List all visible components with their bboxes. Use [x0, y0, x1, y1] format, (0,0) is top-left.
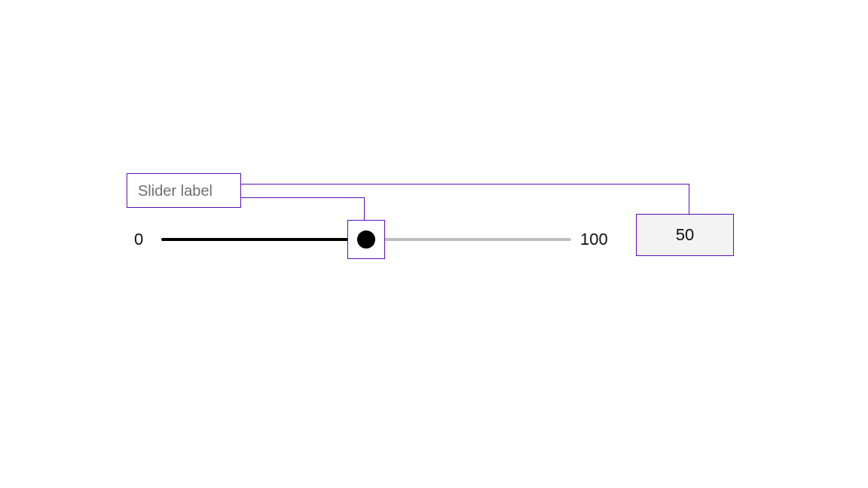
connector-line: [689, 184, 689, 215]
slider-value-text: 50: [676, 225, 694, 245]
slider-track[interactable]: [161, 238, 571, 241]
slider-max-label: 100: [580, 230, 618, 249]
connector-line: [364, 197, 365, 220]
slider-min-label: 0: [134, 230, 154, 249]
slider-label-annotation: Slider label: [127, 173, 241, 208]
slider-label-text: Slider label: [138, 182, 212, 200]
slider-value-input[interactable]: 50: [636, 214, 734, 256]
connector-line: [241, 184, 689, 185]
slider-handle[interactable]: [357, 230, 375, 249]
connector-line: [241, 197, 365, 198]
slider-track-fill: [161, 238, 366, 241]
